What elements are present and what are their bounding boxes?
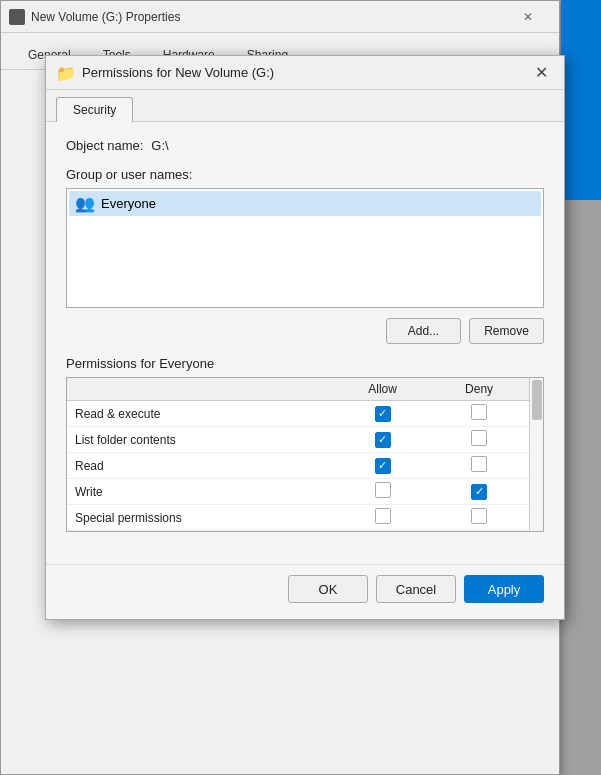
permissions-dialog: 📁 Permissions for New Volume (G:) ✕ Secu…	[45, 55, 565, 620]
allow-checkbox-2[interactable]	[375, 458, 391, 474]
list-item-everyone[interactable]: 👥 Everyone	[69, 191, 541, 216]
deny-cb-0[interactable]	[431, 401, 527, 427]
col-allow: Allow	[334, 378, 431, 401]
permissions-label: Permissions for Everyone	[66, 356, 544, 371]
bg-window-icon	[9, 9, 25, 25]
deny-checkbox-3[interactable]	[471, 484, 487, 500]
ok-button[interactable]: OK	[288, 575, 368, 603]
table-row: Write	[67, 479, 543, 505]
allow-cb-0[interactable]	[334, 401, 431, 427]
perm-name-0: Read & execute	[67, 401, 334, 427]
permissions-table-wrapper: Allow Deny Read & execute	[66, 377, 544, 532]
remove-button[interactable]: Remove	[469, 318, 544, 344]
allow-checkbox-4[interactable]	[375, 508, 391, 524]
deny-cb-4[interactable]	[431, 505, 527, 531]
dialog-tab-strip: Security	[46, 90, 564, 122]
deny-cb-1[interactable]	[431, 427, 527, 453]
dialog-footer: OK Cancel Apply	[46, 564, 564, 619]
bg-titlebar: New Volume (G:) Properties ✕	[1, 1, 559, 33]
dialog-content: Object name: G:\ Group or user names: 👥 …	[46, 122, 564, 564]
perm-name-3: Write	[67, 479, 334, 505]
allow-checkbox-3[interactable]	[375, 482, 391, 498]
deny-checkbox-1[interactable]	[471, 430, 487, 446]
table-row: List folder contents	[67, 427, 543, 453]
bg-window-title: New Volume (G:) Properties	[31, 10, 505, 24]
allow-cb-1[interactable]	[334, 427, 431, 453]
deny-cb-2[interactable]	[431, 453, 527, 479]
permissions-table: Allow Deny Read & execute	[67, 378, 543, 531]
folder-icon: 📁	[56, 64, 74, 82]
allow-checkbox-0[interactable]	[375, 406, 391, 422]
col-permission	[67, 378, 334, 401]
permissions-header-row: Allow Deny	[67, 378, 543, 401]
object-name-row: Object name: G:\	[66, 138, 544, 153]
apply-button[interactable]: Apply	[464, 575, 544, 603]
perms-scrollbar[interactable]	[529, 378, 543, 531]
dialog-close-button[interactable]: ✕	[528, 60, 554, 86]
deny-cb-3[interactable]	[431, 479, 527, 505]
allow-cb-2[interactable]	[334, 453, 431, 479]
table-row: Read & execute	[67, 401, 543, 427]
user-listbox[interactable]: 👥 Everyone	[66, 188, 544, 308]
tab-security[interactable]: Security	[56, 97, 133, 122]
perm-name-1: List folder contents	[67, 427, 334, 453]
table-row: Read	[67, 453, 543, 479]
group-label: Group or user names:	[66, 167, 544, 182]
add-remove-buttons: Add... Remove	[66, 318, 544, 344]
cancel-button[interactable]: Cancel	[376, 575, 456, 603]
perm-name-2: Read	[67, 453, 334, 479]
user-name: Everyone	[101, 196, 156, 211]
deny-checkbox-4[interactable]	[471, 508, 487, 524]
perms-scrollbar-thumb[interactable]	[532, 380, 542, 420]
perm-name-4: Special permissions	[67, 505, 334, 531]
bg-close-button[interactable]: ✕	[505, 1, 551, 33]
dialog-titlebar: 📁 Permissions for New Volume (G:) ✕	[46, 56, 564, 90]
allow-checkbox-1[interactable]	[375, 432, 391, 448]
object-name-label: Object name:	[66, 138, 143, 153]
users-icon: 👥	[75, 194, 95, 213]
object-name-value: G:\	[151, 138, 168, 153]
dialog-title: Permissions for New Volume (G:)	[82, 65, 528, 80]
deny-checkbox-2[interactable]	[471, 456, 487, 472]
col-deny: Deny	[431, 378, 527, 401]
add-button[interactable]: Add...	[386, 318, 461, 344]
table-row: Special permissions	[67, 505, 543, 531]
allow-cb-3[interactable]	[334, 479, 431, 505]
allow-cb-4[interactable]	[334, 505, 431, 531]
blue-accent	[561, 0, 601, 200]
deny-checkbox-0[interactable]	[471, 404, 487, 420]
